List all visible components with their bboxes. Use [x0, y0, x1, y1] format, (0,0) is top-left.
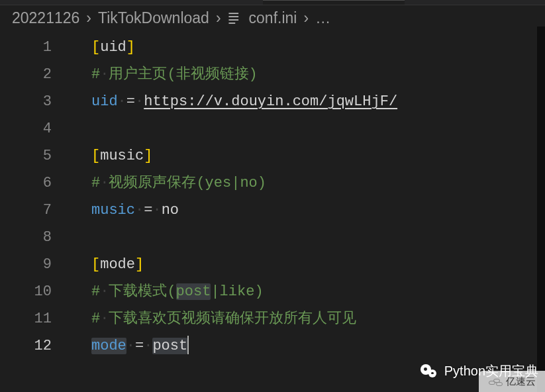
code-editor[interactable]: 1 2 3 4 5 6 7 8 9 10 11 12 [uid] #·用户主页(… — [0, 32, 545, 390]
text-highlight: post — [176, 283, 211, 300]
code-line — [91, 224, 545, 251]
code-line: [uid] — [91, 34, 545, 61]
chevron-right-icon: › — [216, 9, 221, 27]
breadcrumb-root[interactable]: 20221126 — [12, 9, 79, 27]
url-link[interactable]: https://v.douyin.com/jqwLHjF/ — [144, 93, 397, 110]
code-line: mode·=·post — [91, 332, 545, 360]
code-line: #·下载模式(post|like) — [91, 278, 545, 305]
breadcrumb-file[interactable]: conf.ini — [249, 9, 297, 27]
cloud-icon — [489, 377, 503, 386]
minimap-edge[interactable] — [537, 26, 545, 392]
line-number: 12 — [0, 332, 66, 360]
breadcrumb-overflow[interactable]: … — [315, 9, 330, 27]
code-area[interactable]: [uid] #·用户主页(非视频链接) uid·=·https://v.douy… — [66, 32, 545, 390]
wechat-icon — [421, 364, 438, 379]
line-number: 1 — [0, 34, 66, 61]
code-line: uid·=·https://v.douyin.com/jqwLHjF/ — [91, 88, 545, 115]
text-highlight: post — [152, 338, 187, 354]
breadcrumb[interactable]: 20221126 › TikTokDownload › conf.ini › … — [0, 5, 545, 32]
svg-rect-2 — [228, 19, 238, 21]
watermark-corner: 亿速云 — [479, 371, 545, 392]
line-number: 3 — [0, 88, 66, 115]
line-gutter: 1 2 3 4 5 6 7 8 9 10 11 12 — [0, 32, 66, 390]
line-number: 11 — [0, 305, 66, 332]
line-number: 10 — [0, 278, 66, 305]
line-number: 4 — [0, 115, 66, 142]
svg-rect-0 — [228, 13, 238, 14]
line-number: 7 — [0, 197, 66, 224]
chevron-right-icon: › — [86, 9, 91, 27]
svg-rect-3 — [228, 23, 235, 24]
watermark-corner-text: 亿速云 — [506, 375, 536, 388]
svg-rect-1 — [228, 16, 238, 17]
line-number: 2 — [0, 61, 66, 88]
active-tab[interactable] — [263, 0, 405, 5]
code-line: [music] — [91, 142, 545, 170]
text-cursor — [187, 336, 189, 354]
chevron-right-icon: › — [303, 9, 309, 27]
code-line: #·下载喜欢页视频请确保开放所有人可见 — [91, 305, 545, 332]
code-line: music·=·no — [91, 197, 545, 224]
line-number: 6 — [0, 170, 66, 197]
code-line: #·用户主页(非视频链接) — [91, 61, 545, 88]
code-line: [mode] — [91, 251, 545, 278]
file-icon — [228, 11, 241, 26]
line-number: 5 — [0, 142, 66, 170]
breadcrumb-folder[interactable]: TikTokDownload — [98, 9, 209, 27]
tab-bar[interactable] — [0, 0, 545, 5]
code-line: #·视频原声保存(yes|no) — [91, 170, 545, 197]
line-number: 8 — [0, 224, 66, 251]
line-number: 9 — [0, 251, 66, 278]
code-line — [91, 115, 545, 142]
